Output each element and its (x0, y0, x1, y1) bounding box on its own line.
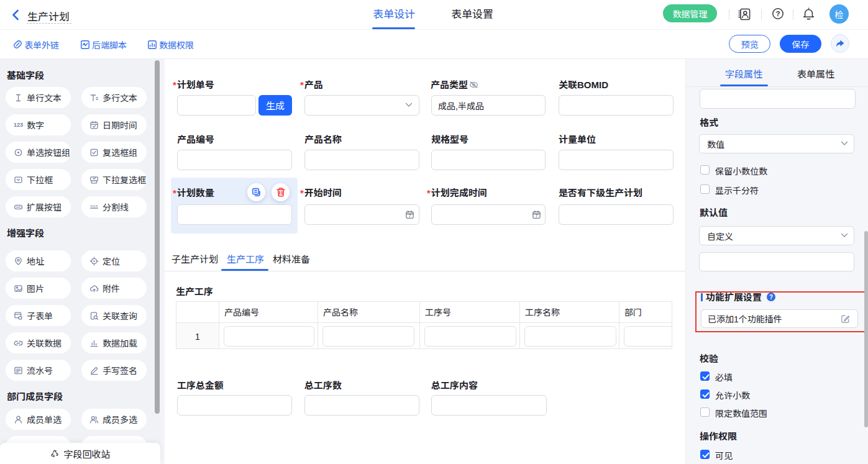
svg-text:?: ? (775, 10, 780, 17)
svg-text:7: 7 (536, 213, 538, 219)
svg-text:7: 7 (409, 213, 411, 219)
